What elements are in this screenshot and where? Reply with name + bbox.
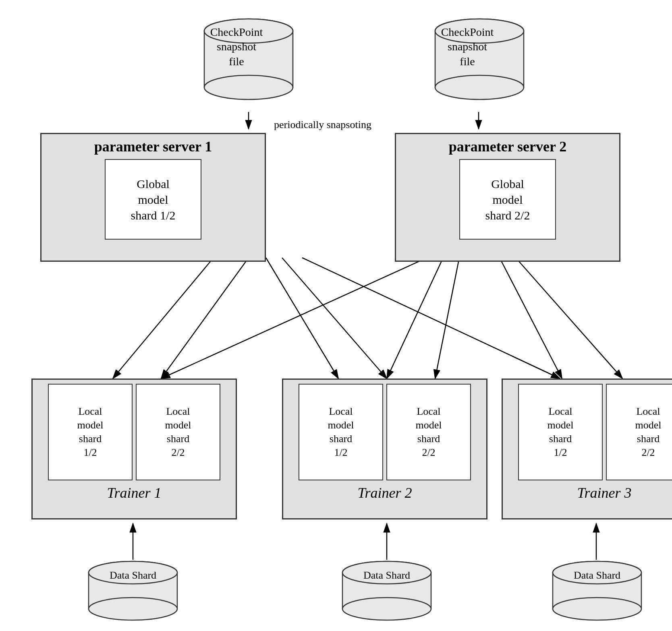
trainer1-title: Trainer 1 (103, 482, 165, 505)
data-shard2-label: Data Shard (338, 569, 435, 582)
checkpoint-file-2: CheckPoint snapshot file (419, 13, 540, 106)
data-shard3-label: Data Shard (549, 569, 645, 582)
checkpoint1-label: CheckPoint (188, 25, 285, 39)
server1-title: parameter server 1 (90, 134, 216, 157)
trainer3-title: Trainer 3 (573, 482, 635, 505)
parameter-server-2: parameter server 2 Global model shard 2/… (395, 133, 620, 262)
server2-inner-text: Global model shard 2/2 (485, 176, 530, 223)
svg-line-4 (161, 258, 249, 379)
trainer-1: Local model shard 1/2 Local model shard … (31, 379, 237, 519)
svg-line-10 (516, 258, 622, 379)
checkpoint1-label2: snapshot (188, 39, 285, 54)
trainer2-title: Trainer 2 (353, 482, 416, 505)
svg-line-6 (282, 258, 387, 379)
svg-line-8 (435, 258, 459, 379)
svg-line-9 (500, 258, 562, 379)
svg-point-22 (435, 75, 524, 99)
checkpoint1-label3: file (188, 54, 285, 69)
svg-line-3 (113, 258, 214, 379)
checkpoint2-label: CheckPoint (419, 25, 516, 39)
trainer3-shard1: Local model shard 1/2 (518, 384, 603, 480)
parameter-server-1: parameter server 1 Global model shard 1/… (40, 133, 266, 262)
trainer3-shard2: Local model shard 2/2 (606, 384, 672, 480)
svg-point-26 (89, 598, 177, 620)
server2-inner-box: Global model shard 2/2 (459, 159, 556, 240)
trainer1-shard1: Local model shard 1/2 (48, 384, 133, 480)
trainer-2: Local model shard 1/2 Local model shard … (282, 379, 487, 519)
data-shard1-label: Data Shard (85, 569, 181, 582)
server1-inner-text: Global model shard 1/2 (131, 176, 176, 223)
checkpoint2-label2: snapshot (419, 39, 516, 54)
arrows-svg (0, 0, 672, 631)
data-shard-3: Data Shard (549, 560, 645, 624)
trainer-3: Local model shard 1/2 Local model shard … (502, 379, 672, 519)
svg-line-5 (266, 258, 338, 379)
trainer2-shard1: Local model shard 1/2 (299, 384, 383, 480)
data-shard-2: Data Shard (338, 560, 435, 624)
svg-line-11 (302, 258, 560, 379)
trainer3-shards: Local model shard 1/2 Local model shard … (514, 380, 672, 482)
trainer1-shards: Local model shard 1/2 Local model shard … (44, 380, 224, 482)
periodic-label: periodically snapsoting (274, 119, 371, 131)
svg-point-18 (204, 75, 293, 99)
svg-line-7 (387, 258, 443, 379)
svg-point-34 (553, 598, 641, 620)
svg-point-30 (342, 598, 431, 620)
server2-title: parameter server 2 (445, 134, 571, 157)
svg-line-12 (161, 258, 427, 379)
data-shard-1: Data Shard (85, 560, 181, 624)
trainer2-shard2: Local model shard 2/2 (386, 384, 471, 480)
diagram: CheckPoint snapshot file CheckPoint snap… (0, 0, 672, 631)
server1-inner-box: Global model shard 1/2 (105, 159, 201, 240)
trainer2-shards: Local model shard 1/2 Local model shard … (295, 380, 475, 482)
checkpoint2-label3: file (419, 54, 516, 69)
trainer1-shard2: Local model shard 2/2 (136, 384, 220, 480)
checkpoint-file-1: CheckPoint snapshot file (188, 13, 309, 106)
